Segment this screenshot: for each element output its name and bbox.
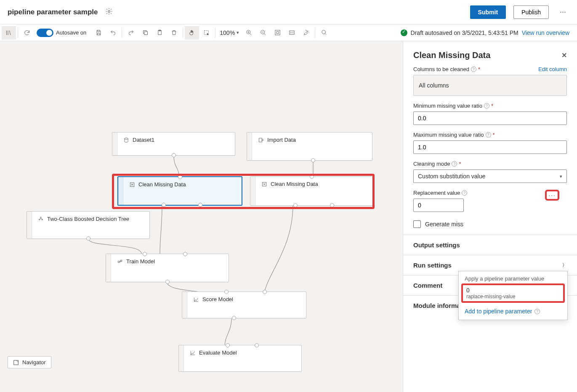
close-panel-button[interactable]: ✕ <box>561 51 567 59</box>
popup-add-link[interactable]: Add to pipeline parameter ? <box>459 303 567 320</box>
autolayout-button[interactable] <box>299 26 313 40</box>
chevron-right-icon: 〉 <box>562 262 567 268</box>
node-train-model[interactable]: Train Model <box>106 254 229 282</box>
replacement-input[interactable] <box>413 199 464 212</box>
trash-icon <box>171 29 177 36</box>
navigator-button[interactable]: Navigator <box>8 356 51 368</box>
gear-icon <box>105 8 113 15</box>
info-icon[interactable]: ? <box>452 161 457 167</box>
svg-rect-7 <box>275 30 279 35</box>
svg-rect-19 <box>14 360 19 365</box>
canvas[interactable]: Dataset1 Import Data Clean Missing Data <box>0 41 403 392</box>
replacement-more-button[interactable]: ··· <box>545 190 559 201</box>
node-label: Train Model <box>126 258 155 265</box>
edit-column-link[interactable]: Edit column <box>538 66 567 72</box>
columns-value[interactable]: All columns <box>413 75 567 96</box>
import-icon <box>258 137 264 143</box>
fit-screen-icon <box>274 29 281 36</box>
fit-button[interactable] <box>270 26 285 40</box>
header-bar: pipeline parameter sample Submit Publish… <box>0 0 577 24</box>
svg-point-9 <box>322 30 325 34</box>
mode-value: Custom substitution value <box>418 173 485 180</box>
score-icon <box>193 297 199 302</box>
popup-parameter-item[interactable]: 0 raplace-missing-value <box>461 283 565 303</box>
actual-size-button[interactable] <box>285 26 299 40</box>
copy-button[interactable] <box>138 26 152 40</box>
clipboard-icon <box>157 29 163 36</box>
node-evaluate-model[interactable]: Evaluate Model <box>178 345 302 372</box>
maxratio-input[interactable] <box>413 140 567 154</box>
pan-button[interactable] <box>185 26 199 40</box>
replacement-label: Replacement value <box>413 190 460 196</box>
info-icon[interactable]: ? <box>462 190 467 196</box>
more-actions-button[interactable]: ··· <box>556 8 569 16</box>
select-button[interactable] <box>199 26 213 40</box>
zoom-out-button[interactable] <box>256 26 270 40</box>
undo-button[interactable] <box>106 26 120 40</box>
svg-point-14 <box>40 217 41 218</box>
node-clean-missing-data-1[interactable]: Clean Missing Data <box>117 176 242 206</box>
autosave-toggle[interactable] <box>37 29 53 37</box>
zoom-dropdown[interactable]: 100% ▾ <box>217 29 242 36</box>
autosave-label: Autosave on <box>56 29 86 36</box>
delete-button[interactable] <box>167 26 181 40</box>
submit-button[interactable]: Submit <box>470 5 506 19</box>
asset-library-button[interactable] <box>2 26 16 40</box>
generate-checkbox[interactable] <box>413 220 421 228</box>
dataset-icon <box>123 137 129 143</box>
paste-button[interactable] <box>152 26 167 40</box>
clean-icon <box>261 181 267 187</box>
minratio-input[interactable] <box>413 111 567 125</box>
search-button[interactable] <box>317 26 331 40</box>
minratio-label: Minimum missing value ratio <box>413 103 482 109</box>
parameter-popup: Apply a pipeline parameter value 0 rapla… <box>458 271 568 320</box>
info-icon[interactable]: ? <box>534 309 540 314</box>
search-icon <box>321 29 327 36</box>
info-icon[interactable]: ? <box>484 103 489 109</box>
info-icon[interactable]: ? <box>486 132 491 138</box>
node-label: Import Data <box>267 137 296 143</box>
library-icon <box>5 29 12 36</box>
comment-label: Comment <box>413 282 442 289</box>
save-icon <box>96 29 102 36</box>
toolbar: Autosave on 100% ▾ <box>0 24 577 41</box>
zoom-in-button[interactable] <box>242 26 256 40</box>
popup-item-name: raplace-missing-value <box>466 294 560 299</box>
svg-rect-1 <box>144 32 148 35</box>
info-icon[interactable]: ? <box>471 66 476 72</box>
redo-button[interactable] <box>124 26 138 40</box>
svg-point-16 <box>42 219 43 220</box>
svg-point-15 <box>39 219 40 220</box>
svg-point-10 <box>125 138 128 140</box>
node-dataset1[interactable]: Dataset1 <box>112 132 235 156</box>
settings-button[interactable] <box>105 8 113 16</box>
output-settings-section[interactable]: Output settings <box>403 235 577 255</box>
popup-add-label: Add to pipeline parameter <box>465 308 532 315</box>
mode-select[interactable]: Custom substitution value ▾ <box>413 170 567 183</box>
one-to-one-icon <box>289 29 295 36</box>
mode-label: Cleaning mode <box>413 161 450 167</box>
evaluate-icon <box>190 350 196 356</box>
zoom-in-icon <box>246 29 252 36</box>
select-icon <box>203 29 210 36</box>
popup-header: Apply a pipeline parameter value <box>459 271 567 283</box>
node-label: Dataset1 <box>133 137 154 143</box>
publish-button[interactable]: Publish <box>513 5 549 19</box>
node-clean-missing-data-2[interactable]: Clean Missing Data <box>250 176 373 206</box>
node-label: Score Model <box>202 296 233 302</box>
view-run-link[interactable]: View run overview <box>522 29 569 36</box>
train-icon <box>117 259 123 265</box>
save-button[interactable] <box>91 26 106 40</box>
node-label: Clean Missing Data <box>271 181 318 187</box>
refresh-button[interactable] <box>20 26 34 40</box>
node-import-data[interactable]: Import Data <box>247 132 372 161</box>
main-area: Dataset1 Import Data Clean Missing Data <box>0 41 577 392</box>
svg-rect-18 <box>120 260 122 262</box>
node-boosted-tree[interactable]: Two-Class Boosted Decision Tree <box>27 211 150 239</box>
svg-point-0 <box>108 11 110 13</box>
chevron-down-icon: ▾ <box>237 30 239 35</box>
chevron-down-icon: ▾ <box>560 174 562 179</box>
clean-icon <box>129 182 135 188</box>
node-score-model[interactable]: Score Model <box>182 291 306 318</box>
panel-title: Clean Missing Data <box>413 50 490 60</box>
